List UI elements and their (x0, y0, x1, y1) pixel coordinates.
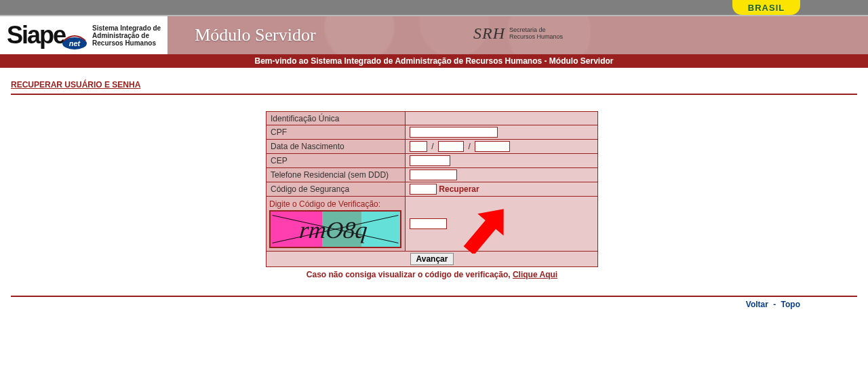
row-sec-code: Código de Segurança Recuperar (267, 182, 598, 197)
row-submit: Avançar (267, 252, 598, 267)
dob-sep2: / (468, 142, 470, 151)
row-captcha: Digite o Código de Verificação: rmO8q (267, 197, 598, 252)
dob-sep1: / (431, 142, 433, 151)
logo-subtitle-line3: Recursos Humanos (92, 39, 161, 47)
dob-cell: / / (406, 140, 598, 154)
id-unica-label: Identificação Única (267, 112, 406, 125)
sec-code-cell: Recuperar (406, 182, 598, 197)
brasil-gov-badge[interactable]: BRASIL (732, 0, 800, 15)
sec-code-label: Código de Segurança (267, 182, 406, 197)
title-rule (11, 94, 857, 95)
phone-cell (406, 168, 598, 182)
page-title: RECUPERAR USUÁRIO E SENHA (11, 80, 857, 89)
captcha-help-line: Caso não consiga visualizar o código de … (266, 270, 598, 279)
dob-day-input[interactable] (410, 141, 427, 152)
phone-input[interactable] (410, 169, 457, 180)
submit-button[interactable]: Avançar (410, 253, 454, 265)
id-unica-cell (406, 112, 598, 125)
header-banner: Siape net Sistema Integrado de Administr… (0, 15, 868, 54)
cep-cell (406, 154, 598, 168)
srh-logo-area: SRH Secretaria de Recursos Humanos (473, 24, 563, 43)
verify-label: Digite o Código de Verificação: (269, 199, 402, 209)
module-title: Módulo Servidor (195, 25, 315, 45)
captcha-help-link[interactable]: Clique Aqui (513, 270, 557, 279)
svg-marker-2 (459, 206, 513, 254)
cep-input[interactable] (410, 155, 450, 166)
cpf-input[interactable] (410, 127, 498, 138)
welcome-bar-text: Bem-vindo ao Sistema Integrado de Admini… (255, 56, 614, 66)
dob-label: Data de Nascimento (267, 140, 406, 154)
srh-sub-line2: Recursos Humanos (509, 33, 563, 40)
dob-year-input[interactable] (475, 141, 510, 152)
captcha-help-prefix: Caso não consiga visualizar o código de … (307, 270, 513, 279)
srh-logo-text: SRH (473, 24, 505, 43)
welcome-bar: Bem-vindo ao Sistema Integrado de Admini… (0, 54, 868, 68)
recover-link[interactable]: Recuperar (439, 184, 479, 194)
row-id-unica: Identificação Única (267, 112, 598, 125)
row-dob: Data de Nascimento / / (267, 140, 598, 154)
captcha-image: rmO8q (269, 210, 401, 248)
cpf-label: CPF (267, 125, 406, 140)
footer-top-link[interactable]: Topo (781, 300, 800, 309)
annotation-arrow-icon (459, 206, 513, 256)
row-cep: CEP (267, 154, 598, 168)
sec-code-input[interactable] (410, 184, 437, 195)
cep-label: CEP (267, 154, 406, 168)
captcha-text: rmO8q (298, 216, 369, 243)
form-wrap: Identificação Única CPF Data de Nascimen… (266, 111, 598, 279)
svg-text:net: net (69, 39, 81, 47)
captcha-cell: Digite o Código de Verificação: rmO8q (267, 197, 406, 252)
dob-month-input[interactable] (438, 141, 464, 152)
verify-input[interactable] (410, 218, 447, 229)
logo-area: Siape net Sistema Integrado de Administr… (0, 16, 167, 54)
phone-label: Telefone Residencial (sem DDD) (267, 168, 406, 182)
row-phone: Telefone Residencial (sem DDD) (267, 168, 598, 182)
content-area: RECUPERAR USUÁRIO E SENHA Identificação … (0, 68, 868, 279)
logo-subtitle-line2: Administração de (92, 32, 161, 39)
logo-subtitle-line1: Sistema Integrado de (92, 24, 161, 32)
footer-links: Voltar - Topo (0, 297, 868, 309)
row-cpf: CPF (267, 125, 598, 140)
siape-logo-text: Siape (7, 21, 65, 49)
gov-top-bar: BRASIL (0, 0, 868, 15)
cpf-cell (406, 125, 598, 140)
recovery-form-table: Identificação Única CPF Data de Nascimen… (266, 111, 598, 267)
srh-subtitle: Secretaria de Recursos Humanos (509, 27, 563, 41)
brasil-gov-badge-label: BRASIL (748, 3, 785, 13)
submit-cell: Avançar (267, 252, 598, 267)
logo-subtitle: Sistema Integrado de Administração de Re… (92, 24, 161, 47)
srh-sub-line1: Secretaria de (509, 26, 546, 33)
net-badge-icon: net (61, 34, 88, 50)
footer-back-link[interactable]: Voltar (746, 300, 768, 309)
footer-sep: - (771, 300, 778, 309)
siape-logo: Siape (7, 23, 65, 47)
